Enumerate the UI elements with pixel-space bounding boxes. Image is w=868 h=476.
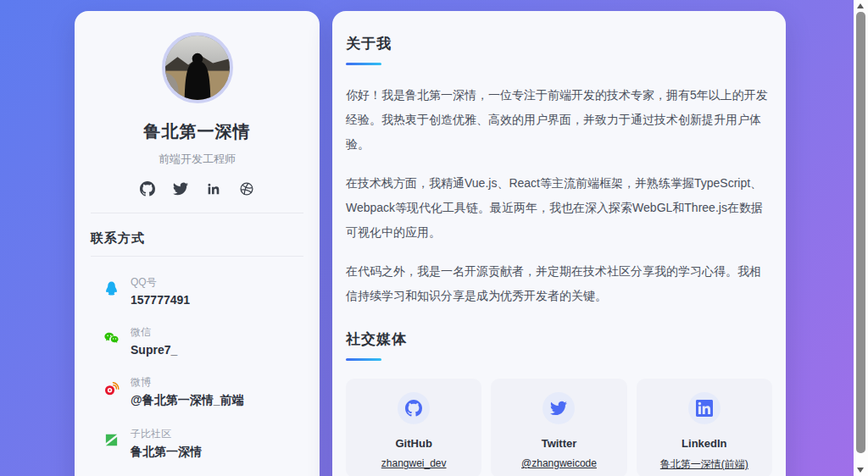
about-section: 关于我 你好！我是鲁北第一深情，一位专注于前端开发的技术专家，拥有5年以上的开发… — [346, 34, 772, 308]
wechat-icon — [103, 330, 120, 346]
sidebar-divider — [91, 213, 303, 213]
profile-social-row — [91, 181, 303, 196]
dribbble-icon[interactable] — [239, 181, 254, 196]
scrollbar-thumb[interactable] — [856, 12, 865, 453]
page-scrollbar[interactable] — [854, 0, 868, 476]
linkedin-icon[interactable] — [206, 181, 221, 196]
about-text: 你好！我是鲁北第一深情，一位专注于前端开发的技术专家，拥有5年以上的开发经验。我… — [346, 83, 772, 308]
social-card-linkedin[interactable]: LinkedIn 鲁北第一深情(前端) — [637, 379, 772, 476]
contact-item-weibo: 微博 @鲁北第一深情_前端 — [103, 375, 303, 408]
social-card-link[interactable]: 鲁北第一深情(前端) — [660, 457, 748, 472]
heading-underline — [346, 358, 381, 361]
about-heading: 关于我 — [346, 34, 772, 53]
contact-list: QQ号 157777491 微信 Supre7_ — [91, 275, 303, 460]
qq-icon — [103, 280, 120, 296]
profile-title: 前端开发工程师 — [91, 152, 303, 167]
linkedin-icon — [688, 392, 721, 424]
contact-label: 微信 — [131, 325, 177, 340]
contact-heading-divider — [91, 256, 303, 257]
twitter-icon — [542, 392, 575, 424]
contact-item-zibi: 子比社区 鲁北第一深情 — [103, 427, 303, 460]
weibo-icon — [103, 380, 120, 396]
contact-label: 子比社区 — [131, 427, 202, 441]
contact-heading: 联系方式 — [91, 230, 303, 246]
about-paragraph: 在代码之外，我是一名开源贡献者，并定期在技术社区分享我的学习心得。我相信持续学习… — [346, 259, 772, 308]
social-card-link[interactable]: @zhangweicode — [521, 457, 597, 469]
social-heading: 社交媒体 — [346, 329, 772, 349]
contact-value: @鲁北第一深情_前端 — [131, 393, 243, 408]
profile-sidebar-card: 鲁北第一深情 前端开发工程师 联系方式 — [75, 11, 320, 476]
contact-value: 157777491 — [131, 293, 190, 307]
scrollbar-up-arrow-icon[interactable] — [857, 3, 864, 8]
github-icon — [398, 392, 430, 424]
contact-value: 鲁北第一深情 — [131, 445, 202, 460]
social-cards-grid: GitHub zhangwei_dev Twitter @zhangweicod… — [346, 379, 772, 476]
contact-item-wechat: 微信 Supre7_ — [103, 325, 303, 357]
social-card-name: GitHub — [396, 437, 432, 450]
social-card-name: LinkedIn — [682, 437, 726, 450]
social-media-section: 社交媒体 GitHub zhangwei_dev Twitter @zhangw… — [346, 329, 772, 476]
social-card-name: Twitter — [542, 437, 577, 450]
scrollbar-down-arrow-icon[interactable] — [857, 468, 864, 473]
about-paragraph: 在技术栈方面，我精通Vue.js、React等主流前端框架，并熟练掌握TypeS… — [346, 171, 772, 245]
social-card-twitter[interactable]: Twitter @zhangweicode — [491, 379, 626, 476]
profile-name: 鲁北第一深情 — [91, 120, 303, 143]
contact-label: 微博 — [131, 375, 243, 390]
zibi-icon — [103, 432, 120, 448]
about-paragraph: 你好！我是鲁北第一深情，一位专注于前端开发的技术专家，拥有5年以上的开发经验。我… — [346, 83, 772, 157]
contact-value: Supre7_ — [131, 343, 177, 357]
page: 鲁北第一深情 前端开发工程师 联系方式 — [0, 0, 868, 476]
avatar-wrap — [91, 32, 303, 103]
main-content-card: 关于我 你好！我是鲁北第一深情，一位专注于前端开发的技术专家，拥有5年以上的开发… — [332, 11, 786, 476]
heading-underline — [346, 63, 381, 65]
avatar — [162, 32, 233, 103]
contact-item-qq: QQ号 157777491 — [103, 275, 303, 307]
social-card-github[interactable]: GitHub zhangwei_dev — [346, 379, 481, 476]
twitter-icon[interactable] — [173, 181, 188, 196]
social-card-link[interactable]: zhangwei_dev — [381, 457, 447, 469]
avatar-photo — [165, 36, 230, 100]
contact-label: QQ号 — [131, 275, 190, 290]
github-icon[interactable] — [140, 181, 155, 196]
